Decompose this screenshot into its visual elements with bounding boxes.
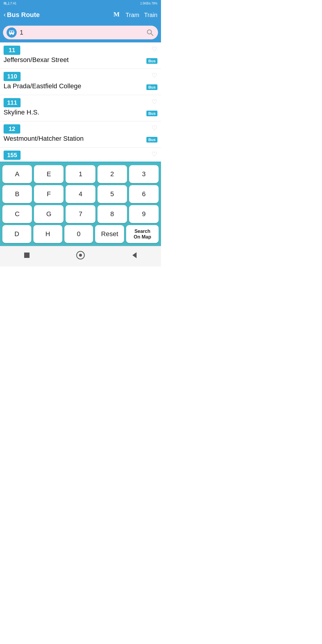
svg-rect-3: [12, 31, 13, 32]
header-title: Bus Route: [7, 11, 112, 19]
route-list: 11 ♡ Jefferson/Bexar Street Bus 110 ♡ La…: [0, 42, 161, 162]
bus-icon-circle: [7, 27, 17, 38]
key-h[interactable]: H: [33, 225, 62, 243]
key-1[interactable]: 1: [66, 165, 95, 183]
nav-bottom-bar: [0, 246, 161, 267]
svg-rect-2: [10, 31, 12, 32]
key-f[interactable]: F: [34, 185, 64, 203]
custom-keyboard: A E 1 2 3 B F 4 5 6 C G 7 8 9 D H 0 Rese…: [0, 162, 161, 246]
route-item[interactable]: 111 ♡ Skyline H.S. Bus: [0, 95, 161, 121]
route-number: 155: [4, 151, 21, 160]
svg-marker-13: [132, 252, 137, 258]
favorite-button[interactable]: ♡: [151, 98, 157, 105]
route-name: Westmount/Hatcher Station: [4, 135, 144, 143]
key-2[interactable]: 2: [97, 165, 127, 183]
route-number: 110: [4, 72, 21, 81]
key-8[interactable]: 8: [97, 205, 127, 223]
stop-button[interactable]: [21, 250, 32, 261]
tram-tab[interactable]: Tram: [126, 12, 139, 18]
bus-badge: Bus: [146, 84, 157, 90]
keyboard-row-3: C G 7 8 9: [2, 205, 159, 223]
route-name-row: Skyline H.S. Bus: [4, 109, 157, 116]
svg-point-5: [13, 34, 14, 35]
reset-button[interactable]: Reset: [95, 225, 124, 243]
status-time: 晚上7:41: [4, 1, 16, 6]
favorite-button[interactable]: ♡: [151, 151, 157, 158]
bus-icon: [8, 29, 15, 36]
svg-text:M: M: [114, 10, 120, 18]
route-item[interactable]: 12 ♡ Westmount/Hatcher Station Bus: [0, 121, 161, 148]
route-item-top: 155 ♡: [4, 151, 157, 160]
route-item[interactable]: 155 ♡: [0, 148, 161, 162]
route-name: Skyline H.S.: [4, 109, 144, 116]
route-item[interactable]: 110 ♡ La Prada/Eastfield College Bus: [0, 69, 161, 95]
bus-badge: Bus: [146, 58, 157, 64]
header-nav: M Tram Train: [112, 10, 157, 20]
key-g[interactable]: G: [34, 205, 64, 223]
route-number: 111: [4, 98, 21, 107]
key-5[interactable]: 5: [97, 185, 127, 203]
route-name-row: Westmount/Hatcher Station Bus: [4, 135, 157, 143]
app-header: ‹ Bus Route M Tram Train: [0, 7, 161, 23]
route-number: 12: [4, 124, 20, 134]
search-button[interactable]: [145, 28, 154, 37]
svg-rect-6: [9, 32, 10, 33]
favorite-button[interactable]: ♡: [151, 46, 157, 53]
search-bar-container: 1: [0, 23, 161, 42]
keyboard-row-2: B F 4 5 6: [2, 185, 159, 203]
search-inner: 1: [3, 26, 158, 39]
key-4[interactable]: 4: [66, 185, 95, 203]
route-item-top: 111 ♡: [4, 98, 157, 107]
route-item[interactable]: 11 ♡ Jefferson/Bexar Street Bus: [0, 43, 161, 69]
keyboard-row-1: A E 1 2 3: [2, 165, 159, 183]
search-on-map-button[interactable]: SearchOn Map: [126, 225, 159, 243]
key-9[interactable]: 9: [129, 205, 159, 223]
route-item-top: 110 ♡: [4, 72, 157, 81]
key-6[interactable]: 6: [129, 185, 159, 203]
route-name-row: Jefferson/Bexar Street Bus: [4, 56, 157, 64]
svg-point-4: [10, 34, 11, 35]
search-input[interactable]: 1: [20, 29, 145, 36]
svg-line-9: [151, 34, 153, 36]
route-item-top: 11 ♡: [4, 46, 157, 55]
train-tab[interactable]: Train: [144, 12, 157, 18]
bus-badge: Bus: [146, 111, 157, 116]
key-3[interactable]: 3: [129, 165, 159, 183]
key-b[interactable]: B: [2, 185, 32, 203]
back-nav-button[interactable]: [129, 250, 140, 261]
key-7[interactable]: 7: [66, 205, 95, 223]
route-name: Jefferson/Bexar Street: [4, 56, 144, 64]
home-button[interactable]: [75, 250, 86, 261]
route-number: 11: [4, 46, 20, 55]
svg-point-12: [79, 254, 82, 257]
metro-icon[interactable]: M: [112, 10, 121, 20]
key-d[interactable]: D: [2, 225, 31, 243]
route-name-row: La Prada/Eastfield College Bus: [4, 82, 157, 90]
status-right-icons: 1.5KB/s 78%: [140, 2, 157, 5]
key-c[interactable]: C: [2, 205, 32, 223]
key-e[interactable]: E: [34, 165, 64, 183]
keyboard-row-4: D H 0 Reset SearchOn Map: [2, 225, 159, 243]
status-bar: 晚上7:41 1.5KB/s 78%: [0, 0, 161, 7]
svg-rect-7: [14, 32, 14, 33]
favorite-button[interactable]: ♡: [151, 72, 157, 79]
bus-badge: Bus: [146, 137, 157, 143]
key-a[interactable]: A: [2, 165, 32, 183]
route-name: La Prada/Eastfield College: [4, 82, 144, 90]
back-button[interactable]: ‹: [4, 11, 6, 19]
route-item-top: 12 ♡: [4, 124, 157, 134]
favorite-button[interactable]: ♡: [151, 124, 157, 131]
svg-rect-10: [24, 253, 30, 258]
key-0[interactable]: 0: [64, 225, 93, 243]
